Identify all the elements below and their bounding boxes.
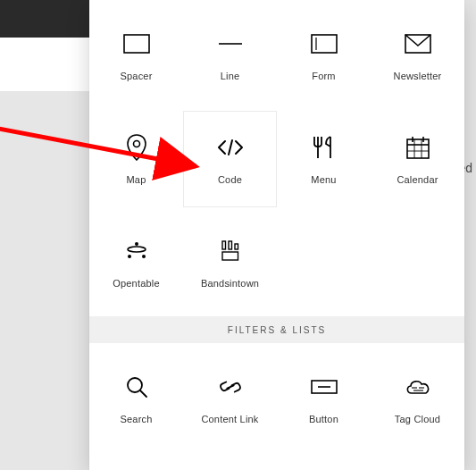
svg-rect-0	[124, 35, 149, 53]
editor-canvas-sliver	[0, 38, 89, 91]
svg-rect-2	[312, 35, 337, 53]
block-label: Form	[312, 71, 335, 81]
map-pin-icon	[126, 133, 147, 162]
calendar-icon	[405, 133, 430, 162]
bandsintown-icon	[220, 237, 241, 265]
svg-point-18	[128, 247, 146, 252]
svg-rect-22	[222, 241, 226, 249]
form-icon	[311, 29, 338, 58]
block-bandsintown[interactable]: Bandsintown	[183, 214, 277, 311]
block-calendar[interactable]: Calendar	[371, 111, 464, 207]
block-grid-row-1: Spacer Line Form Newsletter	[89, 0, 464, 104]
block-label: Button	[309, 414, 338, 424]
block-label: Tag Cloud	[395, 414, 440, 424]
svg-line-6	[229, 140, 232, 155]
block-label: Bandsintown	[201, 278, 259, 289]
svg-rect-11	[407, 139, 429, 158]
line-icon	[217, 29, 244, 58]
block-search[interactable]: Search	[89, 350, 183, 447]
svg-point-21	[135, 242, 138, 246]
block-newsletter[interactable]: Newsletter	[371, 7, 464, 104]
block-opentable[interactable]: Opentable	[89, 214, 183, 311]
svg-line-27	[140, 390, 146, 397]
block-picker-panel: Spacer Line Form Newsletter Map	[89, 0, 464, 470]
block-map[interactable]: Map	[89, 111, 183, 207]
svg-rect-23	[229, 241, 232, 249]
button-icon	[311, 373, 338, 401]
block-label: Newsletter	[394, 71, 442, 81]
block-label: Opentable	[113, 278, 160, 289]
editor-top-bar	[0, 0, 89, 38]
block-menu[interactable]: Menu	[277, 111, 371, 207]
block-button[interactable]: Button	[277, 350, 371, 447]
code-icon	[216, 133, 245, 162]
spacer-icon	[123, 29, 150, 58]
block-grid-row-3: Opentable Bandsintown	[89, 207, 464, 311]
block-grid-row-2: Map Code Menu	[89, 104, 464, 207]
section-header-filters-lists: Filters & Lists	[89, 316, 464, 343]
block-label: Menu	[311, 174, 336, 185]
block-line[interactable]: Line	[183, 7, 277, 104]
block-form[interactable]: Form	[277, 7, 371, 104]
search-icon	[125, 373, 148, 401]
newsletter-icon	[405, 29, 431, 58]
block-label: Content Link	[201, 414, 258, 424]
block-label: Line	[221, 71, 240, 81]
svg-line-28	[227, 385, 233, 388]
svg-point-5	[133, 141, 139, 147]
block-spacer[interactable]: Spacer	[89, 7, 183, 104]
block-label: Spacer	[120, 71, 152, 81]
menu-utensils-icon	[313, 133, 336, 162]
block-archive[interactable]	[89, 454, 183, 470]
block-content-link[interactable]: Content Link	[183, 350, 277, 447]
block-label: Code	[218, 174, 242, 185]
tag-cloud-icon	[404, 373, 432, 401]
block-label: Map	[127, 174, 146, 185]
block-grid-row-4: Search Content Link Button Tag Cloud	[89, 343, 464, 447]
opentable-icon	[123, 237, 150, 265]
block-label: Search	[120, 414, 152, 424]
svg-rect-25	[222, 252, 238, 260]
block-grid-row-5	[89, 447, 464, 470]
svg-point-19	[128, 255, 131, 258]
block-tag-cloud[interactable]: Tag Cloud	[371, 350, 464, 447]
svg-point-20	[142, 255, 146, 258]
svg-rect-24	[235, 244, 238, 249]
content-link-icon	[218, 373, 243, 401]
block-code[interactable]: Code	[183, 111, 277, 207]
block-label: Calendar	[397, 174, 438, 185]
